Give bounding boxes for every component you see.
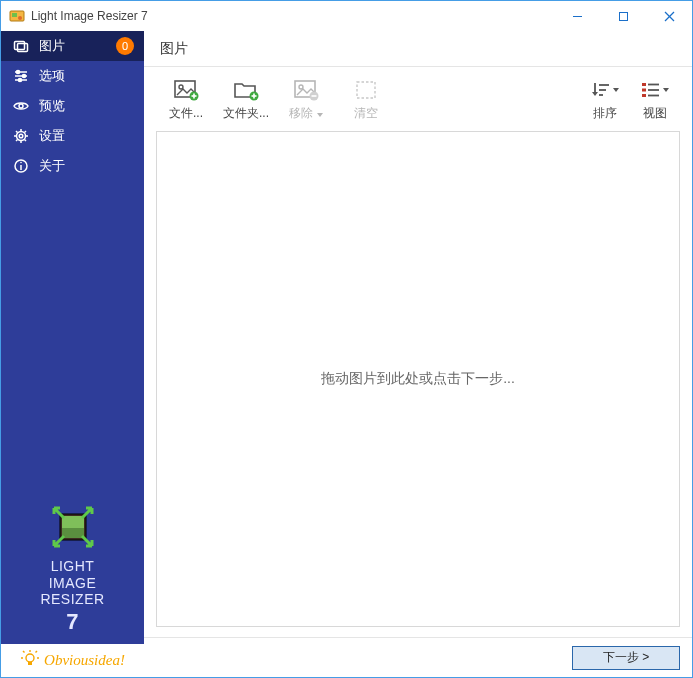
toolbar: 文件... 文件夹... 移除 清空 [144, 67, 692, 131]
clear-icon [353, 79, 379, 101]
image-add-icon [173, 79, 199, 101]
clear-button: 清空 [336, 79, 396, 122]
tool-label: 排序 [593, 105, 617, 122]
drop-hint-text: 拖动图片到此处或点击下一步... [321, 370, 515, 388]
sidebar-item-label: 选项 [39, 67, 134, 85]
sidebar-item-about[interactable]: 关于 [1, 151, 144, 181]
tool-label: 视图 [643, 105, 667, 122]
svg-rect-4 [619, 12, 627, 20]
add-files-button[interactable]: 文件... [156, 79, 216, 122]
svg-point-12 [16, 70, 19, 73]
logo-text-3: RESIZER [40, 591, 104, 607]
svg-rect-56 [642, 83, 646, 86]
svg-rect-8 [18, 44, 28, 52]
footer: 下一步 > [144, 637, 692, 677]
image-remove-icon [293, 79, 319, 101]
svg-line-36 [23, 651, 25, 653]
sort-icon [591, 79, 611, 101]
next-button-label: 下一步 > [603, 649, 649, 666]
folder-add-icon [233, 79, 259, 101]
svg-rect-1 [12, 13, 17, 17]
minimize-button[interactable] [554, 1, 600, 31]
bulb-icon [20, 649, 40, 672]
svg-rect-58 [642, 94, 646, 97]
svg-point-13 [22, 74, 25, 77]
eye-icon [13, 98, 29, 114]
app-icon [9, 8, 25, 24]
images-icon [13, 38, 29, 54]
sidebar-item-label: 设置 [39, 127, 134, 145]
svg-rect-30 [62, 516, 84, 528]
tool-label: 文件夹... [223, 105, 269, 122]
chevron-down-icon [663, 88, 669, 92]
info-icon [13, 158, 29, 174]
add-folder-button[interactable]: 文件夹... [216, 79, 276, 122]
svg-point-17 [19, 134, 23, 138]
close-button[interactable] [646, 1, 692, 31]
window-controls [554, 1, 692, 31]
sidebar-item-settings[interactable]: 设置 [1, 121, 144, 151]
svg-point-48 [299, 85, 303, 89]
remove-button: 移除 [276, 79, 336, 122]
brand-footer[interactable]: Obviousidea! [1, 644, 144, 677]
svg-line-23 [25, 140, 27, 142]
svg-rect-31 [62, 528, 84, 538]
svg-point-14 [18, 78, 21, 81]
svg-line-24 [16, 140, 18, 142]
svg-point-15 [19, 104, 23, 108]
gear-icon [13, 128, 29, 144]
sidebar-item-label: 关于 [39, 157, 134, 175]
page-title: 图片 [144, 31, 692, 67]
svg-rect-57 [642, 89, 646, 92]
logo-text-2: IMAGE [40, 575, 104, 591]
tool-label: 文件... [169, 105, 203, 122]
images-count-badge: 0 [116, 37, 134, 55]
svg-point-2 [18, 16, 22, 20]
svg-line-25 [25, 131, 27, 133]
sidebar-item-preview[interactable]: 预览 [1, 91, 144, 121]
view-button[interactable]: 视图 [630, 79, 680, 122]
svg-point-28 [20, 162, 22, 164]
main-panel: 图片 文件... 文件夹... 移除 [144, 31, 692, 677]
brand-text: Obviousidea! [44, 652, 125, 669]
logo-version: 7 [40, 609, 104, 634]
view-list-icon [641, 79, 661, 101]
sidebar-item-label: 预览 [39, 97, 134, 115]
svg-rect-38 [28, 662, 32, 665]
product-logo: LIGHT IMAGE RESIZER 7 [1, 494, 144, 644]
svg-rect-7 [15, 42, 25, 50]
maximize-button[interactable] [600, 1, 646, 31]
svg-line-37 [36, 651, 38, 653]
sidebar-item-options[interactable]: 选项 [1, 61, 144, 91]
sliders-icon [13, 68, 29, 84]
chevron-down-icon [613, 88, 619, 92]
sidebar: 图片 0 选项 预览 设置 关于 [1, 31, 144, 677]
sidebar-item-images[interactable]: 图片 0 [1, 31, 144, 61]
drop-area[interactable]: 拖动图片到此处或点击下一步... [156, 131, 680, 627]
svg-line-22 [16, 131, 18, 133]
sort-button[interactable]: 排序 [580, 79, 630, 122]
tool-label: 清空 [354, 105, 378, 122]
logo-icon [48, 502, 98, 552]
titlebar: Light Image Resizer 7 [0, 0, 693, 31]
window-title: Light Image Resizer 7 [31, 9, 554, 23]
svg-rect-51 [357, 82, 375, 98]
logo-text-1: LIGHT [40, 558, 104, 574]
chevron-down-icon [317, 113, 323, 117]
sidebar-item-label: 图片 [39, 37, 106, 55]
next-button[interactable]: 下一步 > [572, 646, 680, 670]
svg-point-16 [17, 132, 26, 141]
svg-point-40 [179, 85, 183, 89]
tool-label: 移除 [289, 106, 313, 120]
svg-point-32 [26, 654, 34, 662]
